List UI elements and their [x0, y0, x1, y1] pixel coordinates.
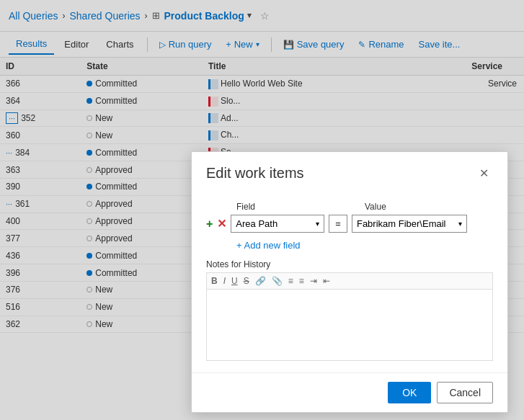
ok-button[interactable]: OK	[388, 382, 431, 403]
modal-body: Field Value + ✕ Area Path ▾ = Fabrikam F…	[192, 190, 507, 372]
bold-tool[interactable]: B	[211, 276, 218, 286]
italic-tool[interactable]: I	[223, 276, 226, 286]
cancel-button[interactable]: Cancel	[437, 382, 493, 403]
table-area: ID State Title Service 366CommittedHello…	[0, 58, 524, 420]
remove-field-icon[interactable]: ✕	[217, 217, 226, 231]
field-value-labels: Field Value	[206, 202, 493, 212]
notes-toolbar: B I U S 🔗 📎 ≡ ≡ ⇥ ⇤	[206, 272, 493, 289]
indent-tool-1[interactable]: ⇥	[310, 276, 317, 286]
modal-footer: OK Cancel	[192, 372, 507, 412]
list-tool-1[interactable]: ≡	[288, 276, 293, 286]
value-dropdown[interactable]: Fabrikam Fiber\Email ▾	[352, 215, 467, 233]
strikethrough-tool[interactable]: S	[244, 276, 249, 286]
add-field-icon[interactable]: +	[206, 218, 213, 231]
field-dropdown[interactable]: Area Path ▾	[231, 215, 324, 233]
modal-title: Edit work items	[206, 165, 304, 182]
value-dropdown-value: Fabrikam Fiber\Email	[357, 218, 446, 229]
attach-tool[interactable]: 📎	[272, 276, 283, 286]
notes-textarea[interactable]	[206, 289, 493, 361]
modal-close-button[interactable]: ✕	[475, 164, 493, 183]
link-tool[interactable]: 🔗	[255, 276, 266, 286]
edit-work-items-modal: Edit work items ✕ Field Value + ✕ Area P…	[191, 151, 508, 413]
add-new-field-link[interactable]: + Add new field	[236, 240, 301, 251]
value-dropdown-arrow: ▾	[458, 220, 462, 228]
field-label: Field	[236, 202, 330, 212]
add-new-field-row: + Add new field	[206, 240, 493, 251]
indent-tool-2[interactable]: ⇤	[323, 276, 330, 286]
eq-selector[interactable]: =	[329, 215, 347, 233]
eq-value: =	[335, 218, 341, 229]
notes-label: Notes for History	[206, 259, 493, 269]
value-label: Value	[365, 202, 386, 212]
field-row: + ✕ Area Path ▾ = Fabrikam Fiber\Email ▾	[206, 215, 493, 233]
field-dropdown-arrow: ▾	[316, 220, 319, 228]
modal-header: Edit work items ✕	[192, 152, 507, 190]
underline-tool[interactable]: U	[231, 276, 238, 286]
field-dropdown-value: Area Path	[236, 218, 277, 229]
list-tool-2[interactable]: ≡	[299, 276, 304, 286]
